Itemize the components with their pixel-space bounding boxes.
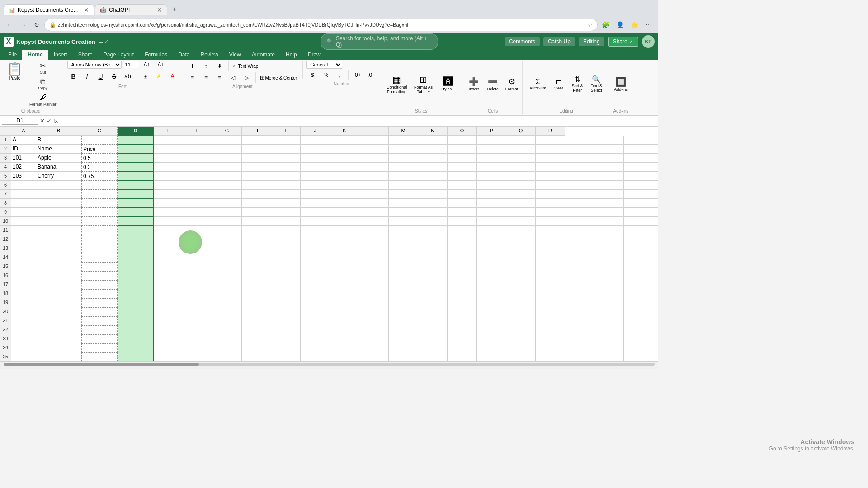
cell-M6[interactable] bbox=[389, 181, 418, 190]
cell-D19[interactable] bbox=[118, 298, 154, 307]
cell-M9[interactable] bbox=[389, 208, 418, 217]
cell-H9[interactable] bbox=[242, 208, 271, 217]
cell-B3[interactable]: Apple bbox=[36, 154, 81, 163]
cell-J13[interactable] bbox=[301, 244, 330, 253]
cell-B11[interactable] bbox=[36, 226, 81, 235]
cell-E15[interactable] bbox=[154, 262, 183, 271]
cell-E6[interactable] bbox=[154, 181, 183, 190]
cell-extra-16-0[interactable] bbox=[565, 271, 594, 280]
cell-H21[interactable] bbox=[242, 316, 271, 325]
cell-D16[interactable] bbox=[118, 271, 154, 280]
cell-J9[interactable] bbox=[301, 208, 330, 217]
cell-extra-9-2[interactable] bbox=[624, 208, 653, 217]
cell-D3[interactable] bbox=[118, 154, 154, 163]
cell-H6[interactable] bbox=[242, 181, 271, 190]
cell-N24[interactable] bbox=[418, 343, 448, 352]
cell-I13[interactable] bbox=[271, 244, 301, 253]
cell-K8[interactable] bbox=[330, 199, 359, 208]
cell-Q25[interactable] bbox=[506, 352, 536, 361]
cell-G15[interactable] bbox=[212, 262, 242, 271]
cell-extra-15-2[interactable] bbox=[624, 262, 653, 271]
cell-extra-1-3[interactable] bbox=[653, 136, 658, 145]
cell-P11[interactable] bbox=[477, 226, 506, 235]
cut-button[interactable]: ✂ Cut bbox=[28, 61, 58, 75]
cell-Q2[interactable] bbox=[506, 145, 536, 154]
cell-A4[interactable]: 102 bbox=[11, 163, 36, 172]
cell-extra-7-1[interactable] bbox=[594, 190, 624, 199]
cell-M21[interactable] bbox=[389, 316, 418, 325]
cell-I21[interactable] bbox=[271, 316, 301, 325]
cell-K22[interactable] bbox=[330, 325, 359, 334]
cell-M4[interactable] bbox=[389, 163, 418, 172]
cell-G25[interactable] bbox=[212, 352, 242, 361]
cell-Q22[interactable] bbox=[506, 325, 536, 334]
conditional-formatting-button[interactable]: ▦ ConditionalFormatting bbox=[384, 73, 409, 95]
cell-E9[interactable] bbox=[154, 208, 183, 217]
indent-increase-button[interactable]: ▷ bbox=[241, 74, 253, 82]
cell-C14[interactable] bbox=[81, 253, 118, 262]
cell-D18[interactable] bbox=[118, 289, 154, 298]
cell-extra-6-2[interactable] bbox=[624, 181, 653, 190]
comma-button[interactable]: , bbox=[333, 71, 346, 79]
row-header-15[interactable]: 15 bbox=[0, 262, 11, 271]
format-painter-button[interactable]: 🖌 Format Painter bbox=[28, 92, 58, 107]
cell-extra-3-2[interactable] bbox=[624, 154, 653, 163]
cell-G7[interactable] bbox=[212, 190, 242, 199]
cell-B16[interactable] bbox=[36, 271, 81, 280]
cell-O17[interactable] bbox=[448, 280, 477, 289]
formula-input[interactable] bbox=[60, 117, 656, 124]
cell-K10[interactable] bbox=[330, 217, 359, 226]
tab-automate[interactable]: Automate bbox=[246, 50, 280, 60]
cell-O24[interactable] bbox=[448, 343, 477, 352]
cell-R11[interactable] bbox=[536, 226, 565, 235]
cell-extra-18-0[interactable] bbox=[565, 289, 594, 298]
cell-extra-23-3[interactable] bbox=[653, 334, 658, 343]
cell-H13[interactable] bbox=[242, 244, 271, 253]
cell-D7[interactable] bbox=[118, 190, 154, 199]
cell-H16[interactable] bbox=[242, 271, 271, 280]
cell-N18[interactable] bbox=[418, 289, 448, 298]
cell-E22[interactable] bbox=[154, 325, 183, 334]
cell-E10[interactable] bbox=[154, 217, 183, 226]
cell-I15[interactable] bbox=[271, 262, 301, 271]
cell-extra-20-2[interactable] bbox=[624, 307, 653, 316]
cell-B19[interactable] bbox=[36, 298, 81, 307]
cell-L25[interactable] bbox=[359, 352, 389, 361]
cell-C6[interactable] bbox=[81, 181, 118, 190]
cell-L5[interactable] bbox=[359, 172, 389, 181]
cell-J11[interactable] bbox=[301, 226, 330, 235]
cell-G10[interactable] bbox=[212, 217, 242, 226]
cell-R25[interactable] bbox=[536, 352, 565, 361]
cell-B10[interactable] bbox=[36, 217, 81, 226]
cell-G2[interactable] bbox=[212, 145, 242, 154]
cell-F8[interactable] bbox=[183, 199, 212, 208]
cell-O8[interactable] bbox=[448, 199, 477, 208]
cell-D24[interactable] bbox=[118, 343, 154, 352]
cell-extra-24-1[interactable] bbox=[594, 343, 624, 352]
cell-P3[interactable] bbox=[477, 154, 506, 163]
cell-Q3[interactable] bbox=[506, 154, 536, 163]
cell-O4[interactable] bbox=[448, 163, 477, 172]
cell-Q11[interactable] bbox=[506, 226, 536, 235]
cell-Q7[interactable] bbox=[506, 190, 536, 199]
font-name-selector[interactable]: Aptos Narrow (Bo... bbox=[67, 61, 122, 69]
cell-F24[interactable] bbox=[183, 343, 212, 352]
cell-P2[interactable] bbox=[477, 145, 506, 154]
cell-I17[interactable] bbox=[271, 280, 301, 289]
cell-Q1[interactable] bbox=[506, 136, 536, 145]
cell-C12[interactable] bbox=[81, 235, 118, 244]
cell-D2[interactable] bbox=[118, 145, 154, 154]
reload-button[interactable]: ↻ bbox=[31, 19, 42, 31]
cell-K7[interactable] bbox=[330, 190, 359, 199]
cell-extra-20-3[interactable] bbox=[653, 307, 658, 316]
col-header-Q[interactable]: Q bbox=[506, 127, 536, 136]
cell-E18[interactable] bbox=[154, 289, 183, 298]
cell-A3[interactable]: 101 bbox=[11, 154, 36, 163]
sort-filter-button[interactable]: ⇅ Sort &Filter bbox=[569, 74, 586, 94]
cell-C3[interactable]: 0.5 bbox=[81, 154, 118, 163]
tab-formulas[interactable]: Formulas bbox=[139, 50, 173, 60]
cell-B20[interactable] bbox=[36, 307, 81, 316]
decimal-increase-button[interactable]: .0+ bbox=[351, 71, 363, 79]
cell-D1[interactable] bbox=[118, 136, 154, 145]
cell-I11[interactable] bbox=[271, 226, 301, 235]
